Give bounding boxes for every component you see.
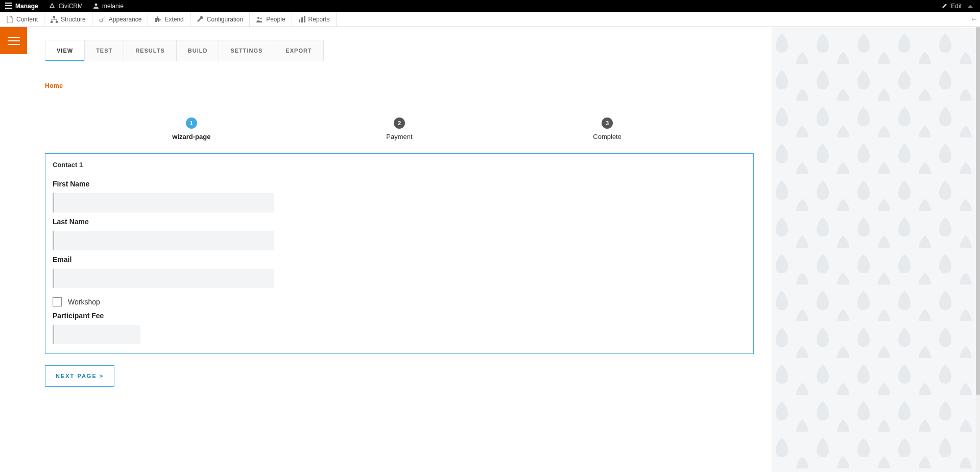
first-name-input[interactable] [53, 193, 274, 213]
admin-people-label: People [266, 16, 285, 23]
admin-structure[interactable]: Structure [44, 12, 92, 27]
contact-fieldset: Contact 1 First Name Last Name Email Wor… [45, 153, 754, 354]
email-label: Email [53, 255, 746, 264]
next-page-label: NEXT PAGE > [56, 373, 104, 379]
fee-label: Participant Fee [53, 312, 746, 320]
tab-export[interactable]: EXPORT [274, 40, 323, 61]
wizard-progress: 1 wizard-page 2 Payment 3 Complete [87, 117, 711, 140]
wizard-step-3[interactable]: 3 Complete [504, 117, 711, 140]
svg-rect-3 [56, 21, 58, 23]
hamburger-icon [8, 37, 20, 45]
tab-export-label: EXPORT [285, 48, 312, 54]
breadcrumb-home[interactable]: Home [45, 82, 63, 89]
user-menu[interactable]: melanie [88, 0, 129, 12]
svg-rect-2 [51, 21, 53, 23]
edit-link[interactable]: Edit [942, 3, 980, 10]
scrollbar[interactable] [976, 27, 980, 472]
fee-input[interactable] [53, 325, 140, 344]
civicrm-label: CiviCRM [59, 3, 83, 10]
tab-test-label: TEST [96, 48, 112, 54]
wizard-step-3-num: 3 [602, 117, 613, 129]
fieldset-legend: Contact 1 [53, 159, 746, 175]
wizard-step-2-label: Payment [386, 133, 412, 140]
admin-people[interactable]: People [250, 12, 292, 27]
admin-extend[interactable]: Extend [148, 12, 190, 27]
tab-test[interactable]: TEST [85, 40, 124, 61]
svg-rect-8 [301, 17, 303, 22]
admin-extend-label: Extend [164, 16, 183, 23]
pencil-icon [942, 3, 948, 10]
manage-menu[interactable]: Manage [0, 0, 43, 12]
wizard-step-1-num: 1 [186, 117, 197, 129]
workshop-label: Workshop [68, 298, 100, 306]
tab-results-label: RESULTS [135, 48, 165, 54]
main-content: VIEW TEST RESULTS BUILD SETTINGS EXPORT … [27, 27, 772, 407]
admin-structure-label: Structure [61, 16, 86, 23]
edit-label: Edit [951, 3, 962, 10]
admin-content-label: Content [16, 16, 38, 23]
hamburger-icon [5, 3, 12, 10]
admin-toolbar: Content Structure Appearance Extend Conf… [0, 12, 980, 27]
wizard-step-1-label: wizard-page [172, 133, 210, 140]
wizard-step-2-num: 2 [394, 117, 405, 129]
tab-view[interactable]: VIEW [45, 40, 85, 61]
next-page-button[interactable]: NEXT PAGE > [45, 365, 114, 387]
people-icon [256, 16, 263, 23]
tab-results[interactable]: RESULTS [124, 40, 177, 61]
civicrm-icon [49, 2, 56, 11]
admin-content[interactable]: Content [0, 12, 44, 27]
sitemap-icon [51, 16, 58, 23]
tab-settings[interactable]: SETTINGS [219, 40, 274, 61]
background-pattern [772, 27, 976, 472]
page-tabs: VIEW TEST RESULTS BUILD SETTINGS EXPORT [45, 40, 324, 61]
tab-view-label: VIEW [57, 48, 73, 54]
admin-configuration[interactable]: Configuration [190, 12, 250, 27]
wizard-step-3-label: Complete [593, 133, 622, 140]
svg-rect-7 [299, 19, 300, 22]
caret-up-icon [968, 5, 973, 8]
svg-rect-10 [772, 27, 976, 472]
svg-rect-9 [304, 16, 305, 22]
email-input[interactable] [53, 269, 274, 288]
puzzle-icon [154, 16, 161, 23]
admin-appearance[interactable]: Appearance [92, 12, 149, 27]
svg-point-0 [95, 3, 98, 6]
collapse-toolbar[interactable] [966, 12, 980, 27]
svg-point-4 [100, 19, 103, 22]
first-name-label: First Name [53, 180, 746, 188]
manage-label: Manage [15, 3, 38, 10]
paint-icon [99, 16, 106, 23]
wizard-step-2[interactable]: 2 Payment [295, 117, 503, 140]
chart-icon [298, 16, 305, 23]
svg-point-6 [260, 18, 262, 19]
sidebar-toggle[interactable] [0, 27, 27, 54]
wrench-icon [197, 16, 204, 23]
svg-rect-1 [53, 16, 55, 18]
user-icon [93, 3, 99, 10]
wizard-step-1[interactable]: 1 wizard-page [87, 117, 295, 140]
tab-build-label: BUILD [188, 48, 208, 54]
user-label: melanie [102, 3, 124, 10]
tab-settings-label: SETTINGS [230, 48, 262, 54]
scrollbar-thumb[interactable] [976, 27, 980, 395]
file-icon [6, 16, 13, 23]
admin-reports-label: Reports [308, 16, 330, 23]
last-name-label: Last Name [53, 218, 746, 226]
svg-point-5 [257, 17, 259, 19]
workshop-row: Workshop [53, 297, 746, 306]
main-viewport: VIEW TEST RESULTS BUILD SETTINGS EXPORT … [0, 27, 976, 472]
workshop-checkbox[interactable] [53, 297, 62, 306]
civicrm-link[interactable]: CiviCRM [43, 0, 88, 12]
breadcrumb: Home [45, 82, 754, 89]
tab-build[interactable]: BUILD [177, 40, 220, 61]
admin-topbar: Manage CiviCRM melanie Edit [0, 0, 980, 12]
admin-appearance-label: Appearance [109, 16, 142, 23]
last-name-input[interactable] [53, 231, 274, 250]
admin-configuration-label: Configuration [207, 16, 243, 23]
admin-reports[interactable]: Reports [292, 12, 337, 27]
